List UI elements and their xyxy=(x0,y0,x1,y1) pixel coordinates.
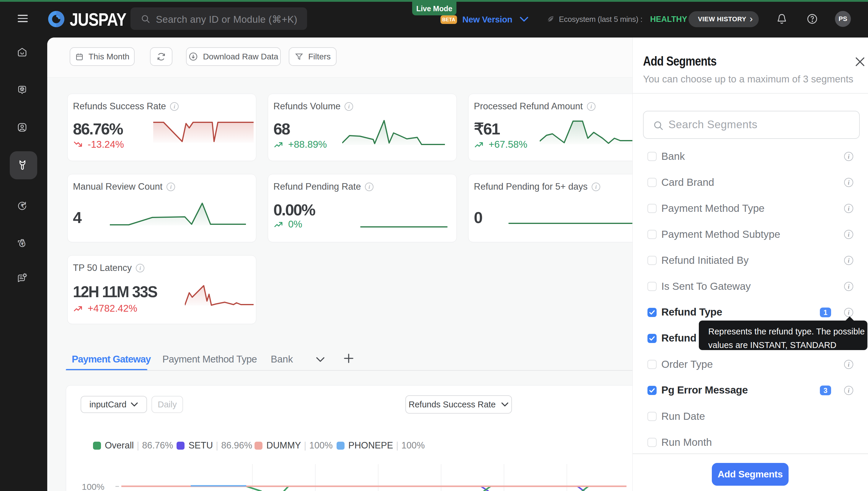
svg-text:₹: ₹ xyxy=(21,203,24,209)
svg-text:₹: ₹ xyxy=(21,242,24,247)
